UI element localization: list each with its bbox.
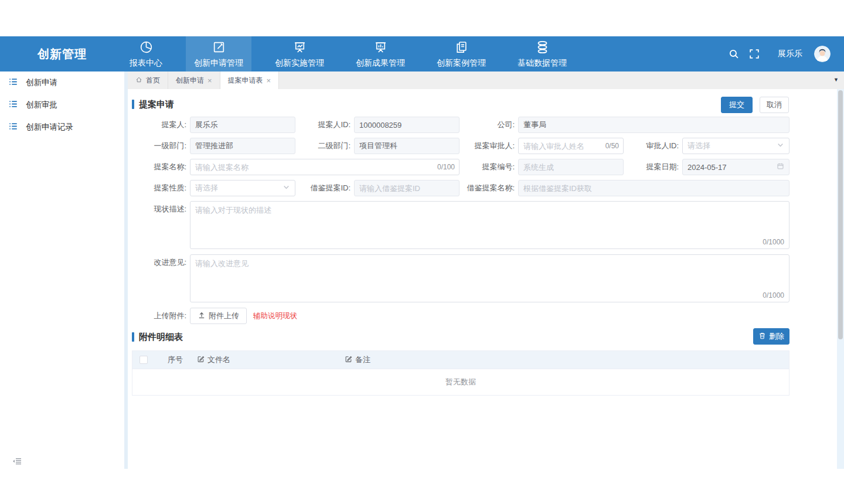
- column-header-seq: 序号: [155, 355, 196, 365]
- approver-id-label: 审批人ID:: [620, 138, 679, 154]
- nav-label: 基础数据管理: [518, 58, 567, 69]
- ref-id-label: 借鉴提案ID:: [292, 180, 350, 196]
- fullscreen-icon[interactable]: [748, 48, 760, 60]
- avatar[interactable]: [814, 46, 831, 62]
- status-desc-textarea[interactable]: [190, 201, 789, 249]
- list-icon: [8, 99, 18, 111]
- dept2-label: 二级部门:: [292, 138, 350, 154]
- proposal-name-input[interactable]: [190, 159, 460, 175]
- proposer-id-input: [354, 117, 460, 133]
- presentation-line-chart-icon: [292, 40, 307, 57]
- nature-select[interactable]: 请选择: [190, 180, 295, 196]
- sidebar: 创新申请 创新审批 创新申请记录: [0, 71, 128, 469]
- proposer-id-label: 提案人ID:: [292, 117, 350, 133]
- dept2-input: [354, 138, 460, 154]
- proposer-input: [190, 117, 295, 133]
- sidebar-collapse-icon[interactable]: [12, 456, 22, 466]
- trash-icon: [758, 332, 766, 341]
- nature-label: 提案性质:: [128, 180, 186, 196]
- status-desc-label: 现状描述:: [128, 201, 186, 217]
- tab-list-dropdown-icon[interactable]: ▼: [833, 77, 839, 83]
- chevron-down-icon: [777, 141, 784, 151]
- scrollbar-thumb[interactable]: [838, 90, 843, 339]
- proposal-no-label: 提案编号:: [456, 159, 515, 175]
- nav-item-innovation-results[interactable]: 创新成果管理: [348, 36, 413, 71]
- attachment-table: 序号 文件名 备注 暂无数据: [132, 350, 789, 396]
- sidebar-item-application-records[interactable]: 创新申请记录: [0, 116, 124, 138]
- improvement-label: 改进意见:: [128, 254, 186, 271]
- nav-label: 创新申请管理: [194, 58, 243, 69]
- edit-icon: [212, 40, 226, 57]
- sidebar-item-innovation-application[interactable]: 创新申请: [0, 71, 124, 94]
- sidebar-item-innovation-approval[interactable]: 创新审批: [0, 94, 124, 116]
- nav-label: 创新案例管理: [437, 58, 486, 69]
- close-icon[interactable]: ×: [267, 77, 271, 84]
- delete-button[interactable]: 删除: [753, 328, 789, 345]
- dept1-label: 一级部门:: [128, 138, 186, 154]
- nav-item-innovation-cases[interactable]: 创新案例管理: [428, 36, 494, 71]
- upload-icon: [198, 311, 206, 321]
- app-window: 创新管理 报表中心 创新申请管理 创新实施管理 创新成果管理 创新案例管理: [0, 36, 844, 469]
- sidebar-item-label: 创新申请记录: [26, 122, 73, 132]
- tab-home[interactable]: 首页: [128, 71, 168, 89]
- ref-id-input: [354, 180, 460, 196]
- main-area: 首页 创新申请 × 提案申请表 × ▼ 提案申请 提交 取消 提案人:: [128, 71, 844, 469]
- main-nav: 报表中心 创新申请管理 创新实施管理 创新成果管理 创新案例管理 基础数据管理: [121, 36, 590, 71]
- improvement-textarea[interactable]: [190, 254, 789, 302]
- search-icon[interactable]: [728, 48, 740, 60]
- upload-attachment-button[interactable]: 附件上传: [190, 308, 247, 324]
- documents-icon: [454, 40, 469, 57]
- home-icon: [135, 76, 142, 85]
- database-icon: [535, 40, 550, 57]
- nav-item-innovation-implementation[interactable]: 创新实施管理: [267, 36, 332, 71]
- tab-innovation-application[interactable]: 创新申请 ×: [168, 71, 220, 89]
- tab-proposal-form[interactable]: 提案申请表 ×: [220, 71, 280, 89]
- nav-label: 创新成果管理: [356, 58, 405, 69]
- upload-hint-text: 辅助说明现状: [253, 308, 297, 324]
- upload-label: 上传附件:: [128, 308, 186, 324]
- close-icon[interactable]: ×: [207, 77, 212, 84]
- column-header-remark: 备注: [345, 355, 789, 365]
- column-header-filename: 文件名: [196, 355, 345, 365]
- ref-name-label: 借鉴提案名称:: [456, 180, 515, 196]
- nav-item-report-center[interactable]: 报表中心: [121, 36, 171, 71]
- tab-label: 首页: [146, 76, 160, 86]
- company-input: [518, 117, 789, 133]
- tab-bar: 首页 创新申请 × 提案申请表 × ▼: [128, 71, 844, 89]
- edit-cell-icon: [345, 355, 352, 365]
- sidebar-item-label: 创新申请: [26, 77, 57, 88]
- table-header-row: 序号 文件名 备注: [132, 351, 789, 369]
- proposal-no-input: [518, 159, 624, 175]
- topbar-right: 展乐乐: [719, 46, 844, 62]
- pie-chart-icon: [139, 40, 154, 57]
- nav-item-innovation-application[interactable]: 创新申请管理: [186, 36, 251, 71]
- page-title: 提案申请: [132, 98, 174, 110]
- chevron-down-icon: [283, 183, 290, 193]
- sidebar-item-label: 创新审批: [26, 100, 57, 110]
- proposal-date-input: 2024-05-17: [682, 159, 789, 175]
- nav-label: 创新实施管理: [275, 58, 324, 69]
- dept1-input: [190, 138, 295, 154]
- edit-cell-icon: [197, 355, 205, 365]
- proposal-name-label: 提案名称:: [128, 159, 186, 175]
- nav-label: 报表中心: [130, 58, 162, 69]
- calendar-icon: [777, 162, 784, 172]
- app-title: 创新管理: [38, 46, 90, 62]
- attachment-table-title: 附件明细表: [132, 331, 183, 343]
- username[interactable]: 展乐乐: [778, 49, 802, 59]
- list-icon: [8, 77, 18, 88]
- tab-label: 创新申请: [176, 76, 204, 86]
- presentation-bar-chart-icon: [373, 40, 388, 57]
- approver-id-select[interactable]: 请选择: [682, 138, 789, 154]
- submit-button[interactable]: 提交: [721, 97, 753, 113]
- approver-label: 提案审批人:: [456, 138, 515, 154]
- select-all-checkbox[interactable]: [139, 356, 148, 364]
- approver-input[interactable]: [518, 138, 624, 154]
- cancel-button[interactable]: 取消: [760, 97, 789, 113]
- list-icon: [8, 121, 18, 133]
- proposal-form-page: 提案申请 提交 取消 提案人: 提案人ID: 公司: 一级部门: 二级部门: 提…: [128, 89, 844, 469]
- proposer-label: 提案人:: [128, 117, 186, 133]
- vertical-scrollbar[interactable]: [837, 89, 844, 469]
- empty-placeholder: 暂无数据: [132, 369, 789, 395]
- nav-item-base-data[interactable]: 基础数据管理: [509, 36, 575, 71]
